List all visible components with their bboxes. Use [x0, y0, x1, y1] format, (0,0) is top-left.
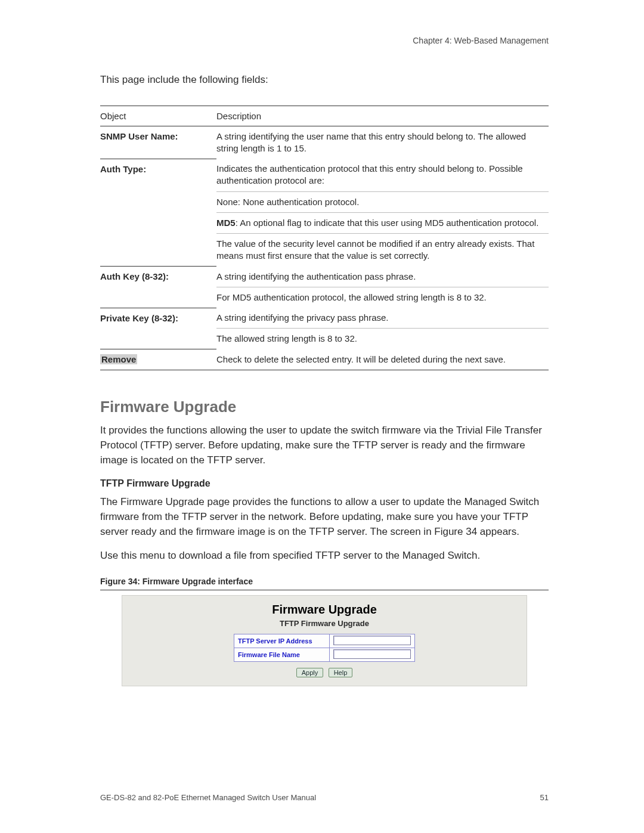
tftp-ip-label: TFTP Server IP Address: [234, 634, 330, 648]
object-cell: Private Key (8-32):: [100, 308, 216, 349]
page: Chapter 4: Web-Based Management This pag…: [0, 0, 644, 833]
tftp-ip-input[interactable]: [333, 636, 411, 645]
table-row: RemoveCheck to delete the selected entry…: [100, 349, 549, 370]
table-row: Firmware File Name: [234, 648, 415, 661]
chapter-header: Chapter 4: Web-Based Management: [100, 36, 549, 45]
section-sub: TFTP Firmware Upgrade: [100, 478, 549, 489]
description-cell: A string identifying the authentication …: [216, 267, 549, 287]
firmware-file-cell: [330, 648, 415, 661]
description-cell: A string identifying the user name that …: [216, 126, 549, 159]
figure-caption: Figure 34: Firmware Upgrade interface: [100, 577, 549, 590]
table-row: SNMP User Name:A string identifying the …: [100, 126, 549, 159]
table-row: Auth Key (8-32):A string identifying the…: [100, 267, 549, 287]
table-row: TFTP Server IP Address: [234, 634, 415, 648]
footer-left: GE-DS-82 and 82-PoE Ethernet Managed Swi…: [100, 793, 316, 802]
figure-title: Firmware Upgrade: [122, 603, 527, 617]
apply-button[interactable]: Apply: [296, 668, 324, 677]
firmware-file-input[interactable]: [333, 649, 411, 659]
description-cell: The value of the security level cannot b…: [216, 234, 549, 267]
section-p1: It provides the functions allowing the u…: [100, 423, 549, 467]
object-cell: SNMP User Name:: [100, 126, 216, 159]
figure-form-table: TFTP Server IP Address Firmware File Nam…: [234, 634, 415, 662]
description-cell: None: None authentication protocol.: [216, 191, 549, 212]
description-cell: Indicates the authentication protocol th…: [216, 159, 549, 191]
figure-button-row: Apply Help: [122, 667, 527, 677]
section-title: Firmware Upgrade: [100, 398, 549, 416]
description-cell: Check to delete the selected entry. It w…: [216, 349, 549, 370]
table-row: Private Key (8-32):A string identifying …: [100, 308, 549, 329]
col-object: Object: [100, 106, 216, 126]
page-footer: GE-DS-82 and 82-PoE Ethernet Managed Swi…: [100, 793, 549, 802]
figure-panel: Firmware Upgrade TFTP Firmware Upgrade T…: [122, 595, 527, 686]
object-cell: Auth Key (8-32):: [100, 267, 216, 308]
intro-text: This page include the following fields:: [100, 73, 549, 88]
figure-subtitle: TFTP Firmware Upgrade: [122, 619, 527, 628]
fields-table: Object Description SNMP User Name:A stri…: [100, 106, 549, 371]
remove-highlight: Remove: [100, 354, 137, 364]
description-cell: The allowed string length is 8 to 32.: [216, 329, 549, 349]
description-cell: MD5: An optional flag to indicate that t…: [216, 212, 549, 233]
description-cell: A string identifying the privacy pass ph…: [216, 308, 549, 329]
description-cell: For MD5 authentication protocol, the all…: [216, 287, 549, 308]
object-cell: Auth Type:: [100, 159, 216, 267]
tftp-ip-cell: [330, 634, 415, 648]
footer-page-number: 51: [540, 793, 549, 802]
col-description: Description: [216, 106, 549, 126]
figure-34: Firmware Upgrade TFTP Firmware Upgrade T…: [100, 595, 549, 686]
section-p2: The Firmware Upgrade page provides the f…: [100, 495, 549, 539]
table-row: Auth Type:Indicates the authentication p…: [100, 159, 549, 191]
firmware-file-label: Firmware File Name: [234, 648, 330, 661]
section-p3: Use this menu to download a file from sp…: [100, 549, 549, 563]
object-cell: Remove: [100, 349, 216, 370]
help-button[interactable]: Help: [329, 668, 353, 677]
